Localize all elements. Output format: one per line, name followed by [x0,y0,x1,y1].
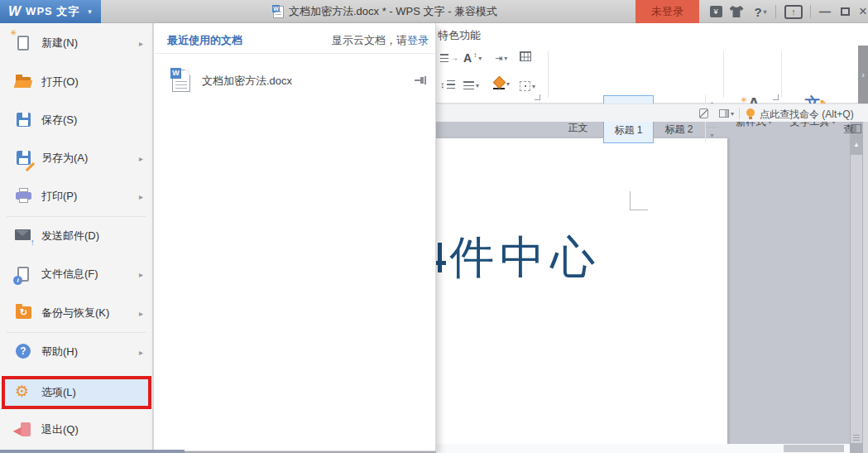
vertical-scrollbar-thumb[interactable] [851,155,862,443]
submenu-arrow-icon: ▸ [139,154,143,163]
titlebar-separator [775,5,776,18]
chevron-right-icon: › [861,70,865,80]
maximize-icon [841,7,850,16]
file-menu-panel: ✳ 新建(N) ▸ 打开(O) 保存(S) 另存为(A) ▸ 打印(P) ▸ ↑… [0,23,153,450]
menu-item-send-email[interactable]: ↑ 发送邮件(D) [0,219,153,253]
clipped-glyph-fragment [436,261,446,265]
line-spacing-icon[interactable]: ↕ [440,80,455,89]
open-folder-icon [15,73,33,91]
help-button[interactable]: ? ▾ [750,0,771,23]
submenu-arrow-icon: ▸ [139,39,143,48]
submenu-arrow-icon: ▸ [139,309,143,318]
scroll-up-icon: ▲ [853,141,860,148]
ribbon-collapse-button[interactable]: › [858,46,868,104]
exit-icon: ◀ [15,421,33,439]
menu-separator [7,332,146,333]
document-page[interactable]: 件中心 [436,138,727,453]
skin-icon[interactable] [728,0,745,23]
submenu-arrow-icon: ▸ [139,192,143,201]
menu-item-new[interactable]: ✳ 新建(N) ▸ [0,27,153,60]
task-pane-button[interactable]: ▾ [719,109,734,118]
gear-icon: ⚙ [15,383,33,402]
pin-icon[interactable] [415,76,427,84]
paragraph-dialog-launcher-icon[interactable] [535,94,540,100]
login-link[interactable]: 登录 [407,34,429,46]
menu-item-label: 发送邮件(D) [41,229,99,243]
ribbon-separator [723,51,724,98]
window-bottom-edge [0,450,185,453]
horizontal-scrollbar-thumb[interactable] [784,445,844,452]
increase-indent-icon[interactable]: → [440,53,458,62]
wps-logo-icon: W [8,4,21,19]
submenu-arrow-icon: ▸ [139,348,143,357]
pane-icon [719,109,729,118]
ribbon-separator [548,51,549,98]
menu-item-label: 选项(L) [41,385,76,400]
gallery-more-button[interactable]: ▼ [705,127,718,142]
recent-panel-title: 最近使用的文档 [167,33,242,48]
menu-item-label: 另存为(A) [41,151,88,166]
menu-item-label: 新建(N) [41,36,78,51]
grow-font-icon[interactable]: A↕ ▾ [463,51,482,65]
window-title: 文档加密方法.docx * - WPS 文字 - 兼容模式 [289,4,497,19]
close-button[interactable]: × [854,0,868,23]
maximize-button[interactable] [836,0,854,23]
menu-item-file-info[interactable]: i 文件信息(F) ▸ [0,258,153,291]
share-button[interactable]: ↑ [781,0,806,23]
menu-item-label: 保存(S) [41,113,77,128]
menu-separator [7,216,146,217]
styles-dialog-launcher-icon[interactable] [773,94,779,100]
scroll-up-button[interactable]: ▲ [850,137,863,152]
app-menu-button[interactable]: W WPS 文字 ▾ [0,0,101,23]
paragraph-spacing-icon[interactable]: ▾ [463,81,479,89]
menu-item-exit[interactable]: ◀ 退出(Q) [0,413,153,446]
find-command-hint[interactable]: 点此查找命令 (Alt+Q) [760,108,854,122]
margin-corner-mark [630,210,648,210]
app-button-label: WPS 文字 [26,4,79,19]
ribbon-group-clipped[interactable]: 查 [843,123,853,137]
help-circle-icon: ? [15,343,33,361]
menu-item-save[interactable]: 保存(S) [0,104,153,137]
clipped-glyph-fragment [438,243,442,272]
ink-mode-icon[interactable] [699,108,708,118]
borders-icon[interactable]: ▾ [520,81,535,91]
char-spacing-icon[interactable]: ⇥▾ [495,53,507,64]
upload-icon: ↑ [784,5,803,19]
save-floppy-icon [15,111,33,129]
title-bar: W WPS 文字 ▾ W 文档加密方法.docx * - WPS 文字 - 兼容… [0,0,868,23]
horizontal-scrollbar[interactable] [436,444,850,453]
close-icon: × [859,3,867,20]
ribbon-separator [781,51,782,98]
email-icon: ↑ [15,227,33,245]
cloud-docs-hint: 显示云文档，请登录 [332,33,429,48]
backup-folder-icon: ↻ [15,304,33,322]
shading-icon[interactable]: ▾ [493,78,510,89]
document-heading: 件中心 [449,228,601,288]
findbar-separator [739,108,740,119]
menu-item-backup-restore[interactable]: ↻ 备份与恢复(K) ▸ [0,296,153,330]
lightbulb-icon [746,108,755,117]
store-icon[interactable]: ¥ [708,0,723,23]
margin-corner-mark [630,191,631,210]
login-button[interactable]: 未登录 [635,0,699,23]
document-icon: W [273,6,284,18]
menu-item-save-as[interactable]: 另存为(A) ▸ [0,142,153,175]
menu-item-label: 备份与恢复(K) [41,306,109,320]
recent-file-name: 文档加密方法.docx [202,74,292,89]
menu-item-label: 文件信息(F) [41,267,98,282]
gallery-more-icon: ▼ [709,133,715,138]
scrollbar-edge [863,122,868,453]
chevron-down-icon: ▾ [764,8,767,16]
menu-item-print[interactable]: 打印(P) ▸ [0,180,153,213]
minimize-button[interactable]: — [816,0,834,23]
menu-item-label: 帮助(H) [41,345,78,359]
menu-item-options[interactable]: ⚙ 选项(L) [0,376,153,409]
style-label: 标题 1 [614,123,642,137]
insert-table-icon[interactable] [520,51,531,61]
menu-item-label: 打印(P) [41,189,77,204]
menu-item-open[interactable]: 打开(O) [0,65,153,99]
new-document-icon: ✳ [15,34,33,52]
menu-item-help[interactable]: ? 帮助(H) ▸ [0,335,153,369]
recent-file-row[interactable]: W 文档加密方法.docx [154,63,435,99]
tab-featured-functions[interactable]: 特色功能 [438,28,481,43]
